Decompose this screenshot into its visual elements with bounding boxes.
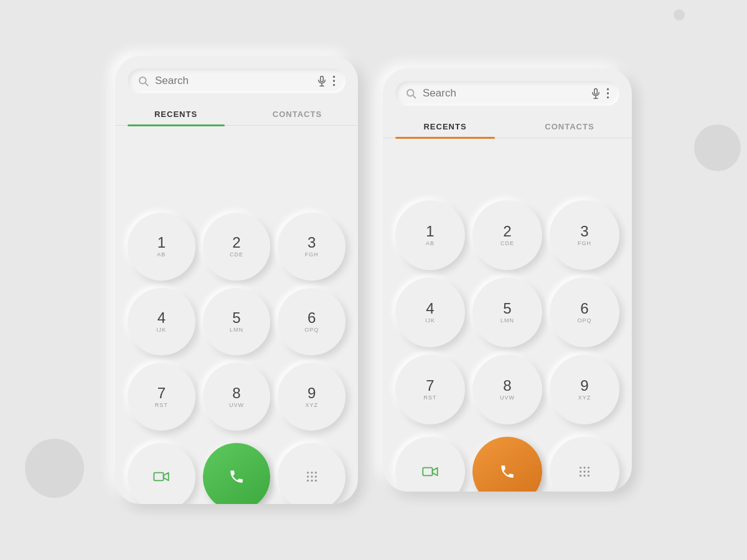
svg-point-14	[314, 476, 316, 478]
phone-card-left: RECENTS CONTACTS 1 AB 2 CDE 3 FGH	[115, 56, 358, 504]
phone-card-right: RECENTS CONTACTS 1 AB 2 CDE 3 FGH	[383, 68, 632, 492]
more-options-icon-right[interactable]	[606, 88, 609, 99]
keypad-row-2-right: 4 IJK 5 LMN 6 OPQ	[395, 278, 619, 347]
svg-point-17	[314, 480, 316, 482]
video-call-button-right[interactable]	[395, 437, 465, 492]
tabs-left: RECENTS CONTACTS	[115, 103, 358, 126]
svg-point-24	[607, 92, 609, 94]
svg-point-30	[580, 470, 581, 472]
video-icon-left	[153, 471, 169, 482]
search-icon-left	[138, 75, 149, 86]
svg-point-29	[588, 467, 590, 469]
search-input-right[interactable]	[423, 87, 585, 100]
key-1-left[interactable]: 1 AB	[128, 213, 195, 281]
key-9-right[interactable]: 9 XYZ	[550, 355, 619, 424]
key-6-left[interactable]: 6 OPQ	[278, 288, 345, 356]
keypad-right: 1 AB 2 CDE 3 FGH 4 IJK 5	[383, 188, 632, 437]
action-row-right	[383, 437, 632, 492]
key-1-right[interactable]: 1 AB	[395, 200, 465, 270]
svg-line-19	[413, 95, 415, 98]
svg-point-7	[333, 84, 335, 86]
call-button-left[interactable]	[203, 443, 271, 504]
dialpad-button-left[interactable]	[278, 443, 345, 504]
decorative-circle-right-mid	[694, 124, 741, 171]
svg-point-13	[311, 476, 312, 478]
key-6-right[interactable]: 6 OPQ	[550, 278, 619, 347]
svg-point-12	[307, 476, 309, 478]
tabs-right: RECENTS CONTACTS	[383, 116, 632, 138]
phones-container: RECENTS CONTACTS 1 AB 2 CDE 3 FGH	[115, 56, 632, 504]
key-4-right[interactable]: 4 IJK	[395, 278, 465, 347]
key-7-left[interactable]: 7 RST	[128, 363, 195, 431]
tab-contacts-right[interactable]: CONTACTS	[507, 116, 632, 138]
key-3-right[interactable]: 3 FGH	[550, 200, 619, 270]
svg-point-31	[583, 470, 585, 472]
key-5-left[interactable]: 5 LMN	[203, 288, 271, 356]
phone-icon-left	[228, 469, 245, 485]
video-call-button-left[interactable]	[128, 443, 195, 504]
svg-line-1	[145, 83, 148, 85]
key-8-right[interactable]: 8 UVW	[472, 355, 542, 424]
key-2-right[interactable]: 2 CDE	[472, 200, 542, 270]
tab-recents-left[interactable]: RECENTS	[115, 103, 237, 125]
dialpad-icon-left	[305, 470, 319, 483]
key-2-left[interactable]: 2 CDE	[203, 213, 271, 281]
svg-point-11	[314, 472, 316, 474]
key-7-right[interactable]: 7 RST	[395, 355, 465, 424]
tab-recents-right[interactable]: RECENTS	[383, 116, 507, 138]
svg-point-33	[580, 475, 581, 477]
decorative-circle-left-bottom	[25, 439, 84, 498]
decorative-circle-top-right	[674, 9, 685, 21]
svg-rect-8	[154, 473, 164, 481]
keypad-row-1-right: 1 AB 2 CDE 3 FGH	[395, 200, 619, 270]
dialpad-button-right[interactable]	[550, 437, 619, 492]
key-4-left[interactable]: 4 IJK	[128, 288, 195, 356]
keypad-row-1-left: 1 AB 2 CDE 3 FGH	[128, 213, 345, 281]
svg-point-9	[307, 472, 309, 474]
keypad-row-2-left: 4 IJK 5 LMN 6 OPQ	[128, 288, 345, 356]
tab-contacts-left[interactable]: CONTACTS	[237, 103, 358, 125]
key-8-left[interactable]: 8 UVW	[203, 363, 271, 431]
svg-point-35	[588, 475, 590, 477]
svg-point-28	[583, 467, 585, 469]
search-input-left[interactable]	[155, 75, 311, 87]
svg-rect-2	[321, 77, 324, 82]
svg-point-10	[311, 472, 312, 474]
mic-icon-left[interactable]	[316, 75, 327, 86]
search-bar-left[interactable]	[128, 68, 345, 93]
recents-list-left	[115, 126, 358, 200]
svg-point-34	[583, 475, 585, 477]
svg-rect-26	[423, 468, 432, 476]
keypad-left: 1 AB 2 CDE 3 FGH 4 IJK 5	[115, 200, 358, 443]
key-3-left[interactable]: 3 FGH	[278, 213, 345, 281]
phone-icon-right	[499, 464, 515, 480]
svg-point-16	[311, 480, 312, 482]
more-options-icon-left[interactable]	[332, 75, 336, 86]
action-row-left	[115, 443, 358, 504]
keypad-row-3-right: 7 RST 8 UVW 9 XYZ	[395, 355, 619, 424]
call-button-right[interactable]	[472, 437, 542, 492]
svg-point-5	[333, 76, 335, 78]
video-icon-right	[422, 466, 438, 477]
svg-point-23	[607, 88, 609, 90]
svg-point-27	[580, 467, 581, 469]
svg-rect-20	[594, 89, 598, 95]
dialpad-icon-right	[578, 465, 591, 478]
mic-icon-right[interactable]	[590, 88, 601, 99]
svg-point-25	[607, 96, 609, 98]
svg-point-15	[307, 480, 309, 482]
svg-point-32	[588, 470, 590, 472]
key-9-left[interactable]: 9 XYZ	[278, 363, 345, 431]
keypad-row-3-left: 7 RST 8 UVW 9 XYZ	[128, 363, 345, 431]
search-icon-right	[405, 88, 416, 99]
svg-point-6	[333, 80, 335, 82]
key-5-right[interactable]: 5 LMN	[472, 278, 542, 347]
search-bar-right[interactable]	[395, 81, 619, 106]
recents-list-right	[383, 138, 632, 188]
